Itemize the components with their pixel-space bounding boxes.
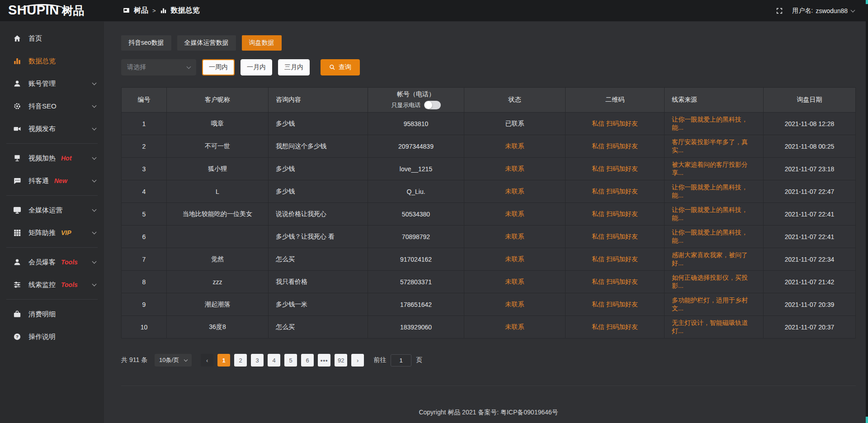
next-page-button[interactable]: › bbox=[351, 354, 364, 367]
col-header-status: 状态 bbox=[464, 88, 566, 113]
cell-source[interactable]: 让你一眼就爱上的黑科技，能... bbox=[665, 113, 764, 135]
sidebar-item-data-overview[interactable]: 数据总览 bbox=[0, 50, 104, 72]
chevron-down-icon bbox=[92, 282, 97, 286]
sidebar-item-label: 全媒体运营 bbox=[28, 206, 62, 215]
goto-page-input[interactable] bbox=[391, 354, 411, 367]
breadcrumb-app[interactable]: 树品 bbox=[134, 6, 148, 15]
cell-qrcode[interactable]: 私信 扫码加好友 bbox=[566, 316, 665, 338]
sidebar-item-douyin-seo[interactable]: 抖音SEO bbox=[0, 95, 104, 118]
user-menu[interactable]: 用户名: zswodun88 bbox=[792, 7, 854, 15]
svg-text:?: ? bbox=[16, 334, 19, 339]
tab-0[interactable]: 抖音seo数据 bbox=[121, 35, 171, 51]
sidebar-item-consume-detail[interactable]: 消费明细 bbox=[0, 303, 104, 325]
sidebar-item-media-operation[interactable]: 全媒体运营 bbox=[0, 199, 104, 221]
cell-source[interactable]: 多功能护栏灯，适用于乡村文... bbox=[665, 293, 764, 316]
cell-date: 2021-11-07 20:39 bbox=[764, 293, 856, 316]
range-button[interactable]: 一周内 bbox=[202, 59, 235, 75]
page-button-3[interactable]: 3 bbox=[251, 354, 264, 367]
chevron-down-icon bbox=[851, 8, 855, 12]
filter-select[interactable]: 请选择 bbox=[121, 59, 196, 75]
cell-source[interactable]: 客厅安装投影半年多了，真实... bbox=[665, 135, 764, 158]
cell-account: love__1215 bbox=[368, 158, 464, 180]
scrollbar-thumb-bottom[interactable] bbox=[866, 417, 868, 423]
footer: Copyright 树品 2021 备案号: 粤ICP备09019646号 bbox=[121, 385, 856, 423]
cell-qrcode[interactable]: 私信 扫码加好友 bbox=[566, 226, 665, 248]
sidebar-item-member-baoke[interactable]: 会员爆客Tools bbox=[0, 251, 104, 273]
cell-qrcode[interactable]: 私信 扫码加好友 bbox=[566, 248, 665, 271]
chevron-down-icon bbox=[92, 207, 97, 212]
page-button-5[interactable]: 5 bbox=[284, 354, 297, 367]
cell-qrcode[interactable]: 私信 扫码加好友 bbox=[566, 113, 665, 135]
page-button-2[interactable]: 2 bbox=[234, 354, 247, 367]
sidebar-item-operation-guide[interactable]: ?操作说明 bbox=[0, 325, 104, 348]
cell-status: 已联系 bbox=[464, 113, 566, 135]
phone-only-toggle[interactable] bbox=[424, 101, 441, 109]
sidebar-item-account-management[interactable]: 账号管理 bbox=[0, 72, 104, 95]
cell-source[interactable]: 如何正确选择投影仪，买投影... bbox=[665, 271, 764, 293]
sidebar-item-clue-monitor[interactable]: 线索监控Tools bbox=[0, 273, 104, 296]
col-header-date: 询盘日期 bbox=[764, 88, 856, 113]
cell-id: 4 bbox=[122, 180, 167, 203]
cell-qrcode[interactable]: 私信 扫码加好友 bbox=[566, 293, 665, 316]
scrollbar-thumb-top[interactable] bbox=[866, 0, 868, 4]
cell-source[interactable]: 无主灯设计，智能磁吸轨道灯... bbox=[665, 316, 764, 338]
sidebar-item-label: 数据总览 bbox=[28, 57, 56, 66]
cell-source[interactable]: 感谢大家喜欢我家，被问了好... bbox=[665, 248, 764, 271]
sidebar-divider bbox=[6, 143, 98, 144]
cell-date: 2021-11-07 20:37 bbox=[764, 316, 856, 338]
cell-status: 未联系 bbox=[464, 158, 566, 180]
sidebar-item-label: 矩阵助推 bbox=[28, 229, 56, 237]
sidebar-item-video-publish[interactable]: 视频发布 bbox=[0, 118, 104, 140]
page-button-92[interactable]: 92 bbox=[335, 354, 347, 367]
cell-id: 9 bbox=[122, 293, 167, 316]
cell-source[interactable]: 让你一眼就爱上的黑科技，能... bbox=[665, 226, 764, 248]
search-button[interactable]: 查询 bbox=[321, 59, 360, 75]
sidebar-item-label: 视频发布 bbox=[28, 125, 56, 133]
table-header-row: 编号 客户昵称 咨询内容 帐号（电话） 只显示电话 bbox=[122, 88, 856, 113]
cell-source[interactable]: 让你一眼就爱上的黑科技，能... bbox=[665, 203, 764, 226]
main-content: 抖音seo数据全媒体运营数据询盘数据 请选择 一周内一月内三月内 查询 bbox=[104, 22, 868, 423]
sidebar-item-home[interactable]: 首页 bbox=[0, 27, 104, 50]
range-button[interactable]: 三月内 bbox=[278, 59, 310, 75]
cell-source[interactable]: 让你一眼就爱上的黑科技，能... bbox=[665, 180, 764, 203]
breadcrumb-page[interactable]: 数据总览 bbox=[171, 6, 200, 15]
cell-status: 未联系 bbox=[464, 226, 566, 248]
cell-qrcode[interactable]: 私信 扫码加好友 bbox=[566, 203, 665, 226]
sidebar-item-label: 线索监控 bbox=[28, 281, 56, 289]
table-row: 1036度8怎么买183929060未联系私信 扫码加好友无主灯设计，智能磁吸轨… bbox=[122, 316, 856, 338]
cell-status: 未联系 bbox=[464, 293, 566, 316]
goto-label: 前往 bbox=[373, 356, 386, 364]
breadcrumb: 树品 > 数据总览 bbox=[123, 6, 200, 15]
billboard-icon bbox=[13, 154, 22, 162]
chevron-down-icon bbox=[184, 357, 188, 361]
cell-qrcode[interactable]: 私信 扫码加好友 bbox=[566, 158, 665, 180]
page-button-1[interactable]: 1 bbox=[217, 354, 230, 367]
sidebar-item-matrix-boost[interactable]: 矩阵助推VIP bbox=[0, 221, 104, 244]
cell-source[interactable]: 被大家追着问的客厅投影分享... bbox=[665, 158, 764, 180]
sidebar-item-label: 账号管理 bbox=[28, 80, 56, 88]
sidebar-item-label: 操作说明 bbox=[28, 333, 56, 341]
range-button[interactable]: 一月内 bbox=[241, 59, 272, 75]
fullscreen-icon[interactable] bbox=[776, 7, 783, 14]
cell-date: 2021-11-07 21:42 bbox=[764, 271, 856, 293]
more-pages-button[interactable]: ••• bbox=[318, 354, 330, 367]
cell-qrcode[interactable]: 私信 扫码加好友 bbox=[566, 180, 665, 203]
page-button-4[interactable]: 4 bbox=[268, 354, 280, 367]
sidebar-item-video-heat[interactable]: 视频加热Hot bbox=[0, 147, 104, 169]
username: zswodun88 bbox=[816, 7, 848, 14]
cell-content: 说说价格让我死心 bbox=[269, 203, 368, 226]
data-tabs: 抖音seo数据全媒体运营数据询盘数据 bbox=[121, 35, 856, 51]
col-header-account: 帐号（电话） 只显示电话 bbox=[368, 88, 464, 113]
cell-qrcode[interactable]: 私信 扫码加好友 bbox=[566, 271, 665, 293]
prev-page-button[interactable]: ‹ bbox=[201, 354, 213, 367]
tab-2[interactable]: 询盘数据 bbox=[242, 35, 282, 51]
tab-1[interactable]: 全媒体运营数据 bbox=[177, 35, 236, 51]
sidebar-item-douketong[interactable]: 抖客通New bbox=[0, 169, 104, 192]
scrollbar[interactable] bbox=[866, 0, 868, 423]
cell-id: 1 bbox=[122, 113, 167, 135]
page-button-6[interactable]: 6 bbox=[301, 354, 314, 367]
cell-account: 9583810 bbox=[368, 113, 464, 135]
sidebar-item-label: 抖客通 bbox=[28, 177, 49, 185]
cell-qrcode[interactable]: 私信 扫码加好友 bbox=[566, 135, 665, 158]
page-size-select[interactable]: 10条/页 bbox=[155, 354, 192, 367]
